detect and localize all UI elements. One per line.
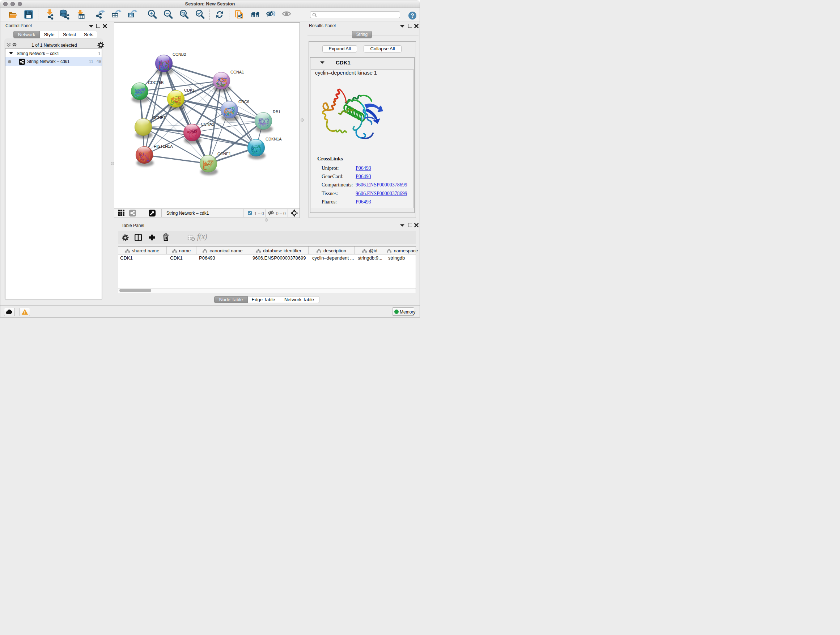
- svg-text:CDC25B: CDC25B: [148, 80, 164, 85]
- svg-text:CDC6: CDC6: [238, 100, 249, 104]
- svg-text:CDK1: CDK1: [184, 88, 195, 92]
- svg-text:RB1: RB1: [273, 110, 280, 114]
- svg-text:CCNE1: CCNE1: [218, 152, 231, 156]
- svg-text:CCNB2: CCNB2: [172, 52, 186, 57]
- svg-text:CDKN1A: CDKN1A: [265, 137, 282, 141]
- svg-text:CCNB1: CCNB1: [152, 116, 166, 120]
- svg-text:CCNA2: CCNA2: [201, 122, 214, 126]
- svg-text:?: ?: [411, 13, 414, 19]
- svg-text:CCNA1: CCNA1: [231, 70, 244, 74]
- svg-text:HIST1H1A: HIST1H1A: [154, 144, 173, 149]
